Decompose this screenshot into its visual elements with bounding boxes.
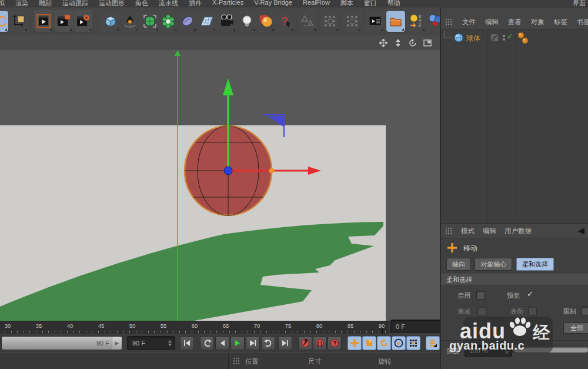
timeline-mode-button[interactable] — [426, 336, 440, 350]
render-picture-viewer-icon[interactable] — [54, 11, 73, 32]
am-menu-edit[interactable]: 编辑 — [483, 227, 496, 235]
add-cube-icon[interactable] — [101, 11, 120, 32]
workplane-grid-icon[interactable] — [198, 11, 216, 32]
panel-drag-handle[interactable] — [445, 18, 453, 26]
om-menu-view[interactable]: 查看 — [508, 18, 522, 26]
stepper-icon[interactable] — [505, 348, 512, 354]
screen-render-icon[interactable] — [366, 11, 385, 32]
menu-window[interactable]: 窗口 — [364, 0, 377, 8]
menu-plugins[interactable]: 插件 — [189, 0, 202, 8]
tab-object-axis[interactable]: 对象轴心 — [475, 258, 512, 271]
menu-mograph[interactable]: 运动图形 — [99, 0, 125, 8]
goto-end-button[interactable] — [278, 336, 292, 350]
menu-simulate[interactable]: 模拟 — [0, 0, 5, 8]
menu-vray[interactable]: V-Ray Bridge — [254, 0, 292, 8]
menu-realflow[interactable]: RealFlow — [303, 0, 330, 8]
deformer-icon[interactable] — [159, 11, 178, 32]
keyframe-selection-button[interactable]: ? — [328, 336, 342, 350]
enable-checkbox[interactable] — [476, 291, 485, 300]
next-frame-button[interactable] — [246, 336, 260, 350]
menu-script[interactable]: 脚本 — [340, 0, 353, 8]
coordinates-xyz-icon[interactable]: XYZ — [407, 11, 426, 32]
om-menu-edit[interactable]: 编辑 — [485, 18, 499, 26]
object-tree[interactable]: 球体 ✓ — [441, 30, 588, 223]
history-back-icon[interactable]: ◀ — [577, 225, 584, 236]
stepper-icon[interactable] — [168, 340, 175, 346]
preview-check-icon[interactable]: ✓ — [527, 290, 533, 298]
loop-mode-button[interactable] — [200, 336, 214, 350]
camera-icon[interactable] — [218, 11, 236, 32]
tab-soft-selection[interactable]: 柔和选择 — [516, 258, 554, 271]
panel-drag-handle[interactable] — [445, 227, 453, 235]
enable-check-icon[interactable]: ✓ — [507, 32, 513, 41]
environment-icon[interactable] — [178, 11, 197, 32]
om-menu-bookmark[interactable]: 书签 — [577, 18, 588, 26]
key-scale-button[interactable] — [362, 336, 376, 350]
axis-workplane-icon[interactable] — [9, 11, 28, 32]
menu-pipeline[interactable]: 流水线 — [159, 0, 178, 8]
panel-drag-handle[interactable] — [233, 357, 240, 365]
am-menu-mode[interactable]: 模式 — [461, 227, 475, 235]
toggle-layout-icon[interactable] — [422, 37, 433, 48]
restrict-checkbox[interactable] — [581, 307, 588, 315]
tag-icons[interactable] — [517, 31, 530, 46]
pen-spline-icon[interactable] — [121, 11, 139, 32]
strength-field[interactable]: 100 % — [465, 345, 512, 357]
content-browser-icon[interactable] — [386, 11, 405, 32]
rotate-view-icon[interactable] — [407, 37, 418, 48]
visibility-toggle-icon[interactable] — [490, 33, 499, 45]
pan-view-icon[interactable] — [377, 37, 389, 48]
object-row-sphere[interactable]: 球体 ✓ — [441, 30, 588, 45]
axis-tool-disabled-icon[interactable] — [298, 11, 317, 32]
material-icon[interactable] — [256, 11, 275, 32]
timeline-ruler[interactable]: 30 35 40 45 50 55 60 65 70 75 80 85 90 — [0, 321, 389, 334]
key-position-button[interactable] — [348, 336, 362, 350]
menu-interface[interactable]: 界面 — [573, 0, 586, 8]
menu-sculpt[interactable]: 雕刻 — [39, 0, 52, 8]
help-icon[interactable]: ? — [276, 11, 295, 32]
record-keyframe-button[interactable] — [298, 336, 312, 350]
autokey-button[interactable]: ( ) — [313, 336, 327, 350]
om-menu-object[interactable]: 对象 — [531, 18, 544, 26]
menu-render[interactable]: 渲染 — [15, 0, 28, 8]
object-origin-point[interactable] — [224, 167, 232, 175]
snap-grid-alt-icon[interactable] — [343, 11, 362, 32]
am-menu-userdata[interactable]: 用户数据 — [505, 227, 532, 235]
strength-slider[interactable] — [514, 347, 588, 353]
timeline-range-slider[interactable]: 90 F ▶ — [1, 336, 122, 350]
section-header-soft-selection[interactable]: 柔和选择 — [441, 274, 588, 286]
live-selection-icon[interactable] — [0, 11, 8, 32]
svg-text:X: X — [419, 15, 422, 19]
svg-text:( ): ( ) — [318, 341, 323, 347]
key-pla-button[interactable] — [406, 336, 420, 350]
menu-character[interactable]: 角色 — [135, 0, 148, 8]
menu-motion-tracker[interactable]: 运动跟踪 — [62, 0, 88, 8]
current-frame-field[interactable]: 0 F — [390, 320, 447, 333]
sphere-object-icon[interactable] — [454, 33, 463, 45]
tab-axis[interactable]: 轴向 — [446, 258, 471, 271]
end-frame-field[interactable]: 90 F — [127, 336, 175, 350]
cycle-button[interactable] — [261, 336, 275, 350]
render-view-icon[interactable] — [34, 11, 53, 32]
play-backward-button[interactable] — [215, 336, 229, 350]
render-settings-icon[interactable] — [74, 11, 92, 32]
slider-nub-icon[interactable]: ▶ — [112, 337, 122, 350]
play-forward-button[interactable] — [230, 336, 245, 350]
object-name-label[interactable]: 球体 — [466, 34, 480, 44]
subdivision-surface-icon[interactable] — [141, 11, 159, 32]
menu-xparticles[interactable]: X-Particles — [212, 0, 243, 8]
light-icon[interactable] — [238, 11, 256, 32]
snap-grid-icon[interactable] — [320, 11, 339, 32]
falloff-checkbox[interactable] — [477, 307, 486, 315]
menu-help[interactable]: 帮助 — [387, 0, 400, 8]
om-menu-tag[interactable]: 标签 — [554, 18, 567, 26]
restrict-all-dropdown[interactable]: 全部 — [563, 323, 588, 334]
key-parameter-button[interactable]: P — [392, 336, 406, 350]
editor-render-dots-icon[interactable] — [502, 33, 506, 45]
surface-checkbox[interactable] — [528, 307, 537, 315]
om-menu-file[interactable]: 文件 — [462, 18, 476, 26]
zoom-view-icon[interactable] — [392, 37, 403, 48]
goto-start-button[interactable] — [180, 336, 194, 350]
viewport[interactable] — [0, 50, 440, 321]
key-rotation-button[interactable] — [377, 336, 391, 350]
